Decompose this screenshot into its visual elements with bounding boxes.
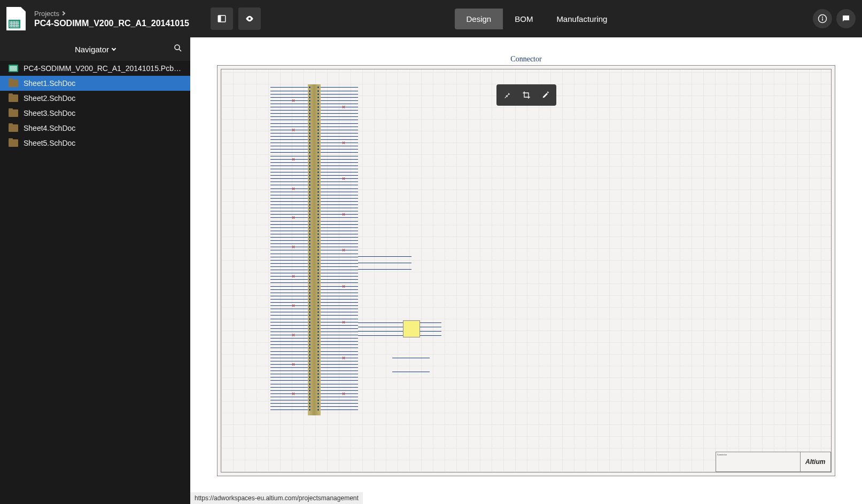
breadcrumb: Projects PC4-SODIMM_V200_RC_A1_20141015 <box>34 10 189 28</box>
file-name: Sheet4.SchDoc <box>24 124 75 132</box>
breadcrumb-root[interactable]: Projects <box>34 10 59 18</box>
folder-icon <box>9 80 18 87</box>
eye-icon <box>245 14 254 23</box>
navigator-sidebar: Navigator PC4-SODIMM_V200_RC_A1_20141015… <box>0 37 190 504</box>
svg-line-6 <box>179 49 181 51</box>
main-tabs: Design BOM Manufacturing <box>455 9 619 29</box>
panel-toggle-button[interactable] <box>211 7 233 30</box>
file-name: Sheet5.SchDoc <box>24 139 75 147</box>
search-button[interactable] <box>173 43 183 55</box>
folder-icon <box>9 139 18 147</box>
title-block: Connector Altium <box>716 452 831 472</box>
pcb-file-icon <box>9 65 18 72</box>
file-item-4[interactable]: Sheet4.SchDoc <box>0 121 190 136</box>
schematic-canvas[interactable]: Connector Connector Altium https://adw <box>190 37 862 504</box>
project-title: PC4-SODIMM_V200_RC_A1_20141015 <box>34 19 189 28</box>
file-item-3[interactable]: Sheet3.SchDoc <box>0 106 190 121</box>
info-button[interactable] <box>813 9 832 28</box>
pin-icon <box>503 91 511 99</box>
tab-manufacturing[interactable]: Manufacturing <box>545 9 619 29</box>
search-icon <box>173 43 183 53</box>
svg-point-3 <box>822 17 823 18</box>
file-name: Sheet3.SchDoc <box>24 109 75 117</box>
pin-tool-button[interactable] <box>499 86 516 104</box>
view-button[interactable] <box>238 7 261 30</box>
app-header: Projects PC4-SODIMM_V200_RC_A1_20141015 … <box>0 0 862 37</box>
file-list: PC4-SODIMM_V200_RC_A1_20141015.PcbD…Shee… <box>0 61 190 504</box>
ic-component[interactable] <box>403 320 420 337</box>
folder-icon <box>9 94 18 102</box>
file-item-5[interactable]: Sheet5.SchDoc <box>0 136 190 151</box>
sheet-title: Connector <box>510 55 541 64</box>
highlighter-icon <box>541 91 550 99</box>
svg-rect-1 <box>218 15 221 22</box>
altium-logo: Altium <box>805 458 825 466</box>
navigator-header: Navigator <box>0 37 190 61</box>
highlight-tool-button[interactable] <box>537 86 554 104</box>
file-item-0[interactable]: PC4-SODIMM_V200_RC_A1_20141015.PcbD… <box>0 61 190 76</box>
status-bar: https://adworkspaces-eu.altium.com/proje… <box>190 492 363 504</box>
folder-icon <box>9 109 18 117</box>
file-item-1[interactable]: Sheet1.SchDoc <box>0 76 190 91</box>
comment-button[interactable] <box>836 9 856 28</box>
svg-rect-4 <box>822 18 823 21</box>
crop-icon <box>522 91 531 99</box>
chevron-right-icon <box>61 11 65 15</box>
file-item-2[interactable]: Sheet2.SchDoc <box>0 91 190 106</box>
chat-icon <box>841 14 851 23</box>
navigator-dropdown[interactable]: Navigator <box>75 45 115 54</box>
file-name: Sheet1.SchDoc <box>24 79 75 88</box>
folder-icon <box>9 124 18 132</box>
status-url: https://adworkspaces-eu.altium.com/proje… <box>195 494 359 502</box>
panel-icon <box>217 14 227 23</box>
tab-bom[interactable]: BOM <box>503 9 545 29</box>
file-name: Sheet2.SchDoc <box>24 94 75 103</box>
schematic-sheet[interactable]: Connector Connector Altium <box>217 65 835 476</box>
crop-tool-button[interactable] <box>518 86 535 104</box>
file-name: PC4-SODIMM_V200_RC_A1_20141015.PcbD… <box>24 64 182 73</box>
svg-point-5 <box>175 45 180 50</box>
floating-toolbar <box>496 84 556 106</box>
chevron-down-icon <box>112 46 116 51</box>
tab-design[interactable]: Design <box>455 9 503 29</box>
info-icon <box>818 14 827 23</box>
project-doc-icon <box>6 7 26 30</box>
